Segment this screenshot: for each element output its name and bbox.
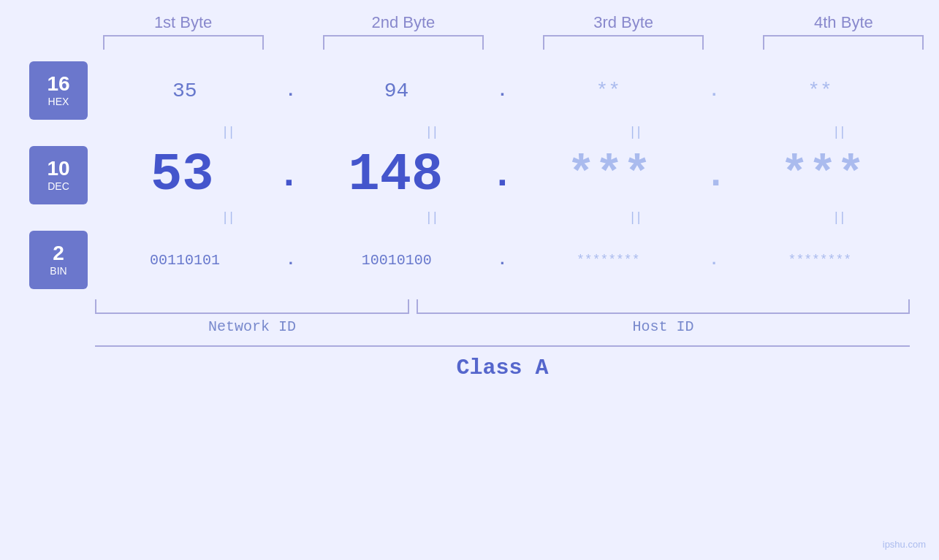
byte1-header: 1st Byte [96, 13, 271, 32]
hex-byte2: 94 [384, 80, 409, 102]
class-label: Class A [456, 356, 548, 380]
bottom-bracket-row [95, 299, 910, 314]
eq2-byte3: || [557, 207, 718, 228]
hex-dot1: . [286, 81, 296, 101]
watermark: ipshu.com [883, 539, 926, 550]
bin-row: 2 BIN 00110101 . 10010100 . ******** . *… [29, 231, 910, 289]
bin-label: BIN [50, 265, 66, 277]
hex-byte3: ** [596, 80, 621, 102]
hex-byte1: 35 [172, 80, 197, 102]
dec-byte1: 53 [151, 145, 213, 205]
eq2-byte4: || [761, 207, 921, 228]
dec-dot3: . [704, 154, 727, 197]
dec-number: 10 [47, 158, 69, 179]
bin-byte1: 00110101 [150, 252, 220, 269]
bin-badge: 2 BIN [29, 231, 88, 289]
byte1-top-bracket [103, 35, 264, 50]
eq2-byte1: || [149, 207, 310, 228]
hex-byte2-cell: 94 [316, 80, 477, 102]
dec-dot1: . [278, 154, 300, 197]
bottom-labels-row: Network ID Host ID [95, 318, 910, 335]
dec-byte4: *** [780, 149, 864, 202]
bin-byte1-cell: 00110101 [104, 252, 265, 269]
eq1-byte1: || [149, 121, 310, 142]
bin-dot2: . [498, 251, 507, 269]
bin-dot1: . [286, 251, 295, 269]
eq1-byte3: || [557, 121, 718, 142]
byte-headers-row: 1st Byte 2nd Byte 3rd Byte 4th Byte [73, 13, 939, 32]
dec-byte2-cell: 148 [315, 145, 476, 205]
bin-number: 2 [53, 243, 64, 264]
hex-dot2: . [497, 81, 507, 101]
bin-byte4-cell: ******** [740, 253, 900, 267]
bin-byte4: ******** [788, 253, 851, 267]
hex-number: 16 [47, 74, 69, 94]
byte2-header: 2nd Byte [316, 13, 491, 32]
hex-byte4-cell: ** [740, 80, 900, 102]
dec-badge: 10 DEC [29, 146, 88, 204]
eq2-byte2: || [353, 207, 514, 228]
bottom-section: Network ID Host ID Class A [95, 295, 910, 380]
class-row: Class A [95, 345, 910, 380]
equals-row-2: || || || || [62, 207, 939, 228]
hex-label: HEX [48, 96, 69, 107]
dec-byte2: 148 [349, 145, 444, 205]
network-id-label: Network ID [95, 318, 409, 335]
host-bracket [417, 299, 910, 314]
bin-dot3: . [709, 251, 718, 269]
byte4-top-bracket [763, 35, 924, 50]
byte2-top-bracket [323, 35, 484, 50]
dec-values: 53 . 148 . *** . *** [95, 145, 910, 205]
dec-label: DEC [47, 180, 69, 192]
byte4-header: 4th Byte [756, 13, 931, 32]
hex-badge: 16 HEX [29, 61, 88, 120]
bin-values: 00110101 . 10010100 . ******** . *******… [95, 251, 910, 269]
eq1-byte4: || [761, 121, 921, 142]
top-brackets [73, 35, 939, 50]
dec-byte4-cell: *** [742, 149, 903, 202]
dec-byte3: *** [567, 149, 651, 202]
hex-row: 16 HEX 35 . 94 . ** . ** [29, 61, 910, 120]
eq1-byte2: || [353, 121, 514, 142]
hex-values: 35 . 94 . ** . ** [95, 80, 910, 102]
dec-byte3-cell: *** [529, 149, 690, 202]
hex-byte4: ** [807, 80, 832, 102]
hex-dot3: . [709, 81, 719, 101]
dec-row: 10 DEC 53 . 148 . *** . *** [29, 145, 910, 205]
host-id-label: Host ID [417, 318, 910, 335]
bin-byte3: ******** [577, 253, 639, 267]
equals-row-1: || || || || [62, 121, 939, 142]
bin-byte2-cell: 10010100 [316, 252, 477, 269]
byte3-header: 3rd Byte [536, 13, 711, 32]
main-container: 1st Byte 2nd Byte 3rd Byte 4th Byte 16 H… [0, 0, 939, 560]
byte3-top-bracket [543, 35, 704, 50]
hex-byte3-cell: ** [528, 80, 688, 102]
hex-byte1-cell: 35 [104, 80, 265, 102]
bin-byte2: 10010100 [362, 252, 432, 269]
dec-dot2: . [491, 154, 514, 197]
bin-byte3-cell: ******** [528, 253, 688, 267]
dec-byte1-cell: 53 [102, 145, 262, 205]
network-bracket [95, 299, 409, 314]
